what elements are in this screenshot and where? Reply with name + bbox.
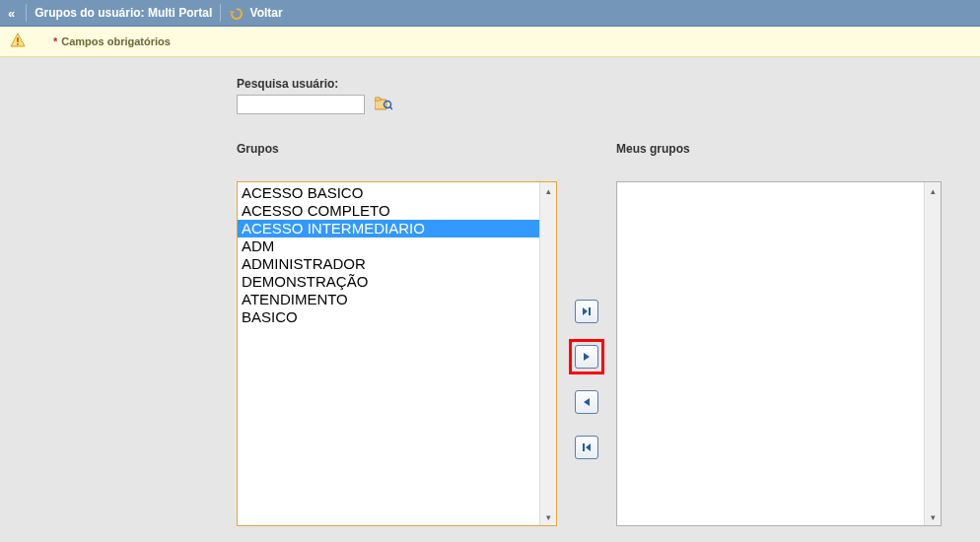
shuttle-control: Grupos ACESSO BASICOACESSO COMPLETOACESS… bbox=[237, 142, 950, 526]
list-item[interactable]: DEMONSTRAÇÃO bbox=[238, 273, 539, 291]
separator bbox=[220, 4, 221, 22]
search-user-icon[interactable] bbox=[375, 96, 392, 113]
move-right-button[interactable] bbox=[575, 345, 598, 369]
available-groups-column: Grupos ACESSO BASICOACESSO COMPLETOACESS… bbox=[237, 142, 557, 526]
back-label: Voltar bbox=[250, 6, 283, 20]
page-title: Grupos do usuário: Multi Portal bbox=[35, 6, 212, 20]
selected-groups-column: Meus grupos ▴ ▾ bbox=[616, 142, 942, 526]
separator bbox=[26, 4, 27, 22]
move-all-left-button[interactable] bbox=[575, 436, 598, 459]
move-left-button[interactable] bbox=[575, 390, 598, 414]
selected-groups-listbox[interactable]: ▴ ▾ bbox=[616, 181, 942, 526]
scroll-down-icon[interactable]: ▾ bbox=[540, 508, 557, 525]
svg-rect-0 bbox=[17, 37, 19, 42]
list-item[interactable]: ADM bbox=[238, 237, 539, 255]
list-item[interactable]: ACESSO COMPLETO bbox=[238, 202, 539, 220]
back-button[interactable]: Voltar bbox=[229, 6, 282, 21]
svg-line-5 bbox=[390, 107, 393, 110]
available-list-label: Grupos bbox=[237, 142, 557, 156]
shuttle-buttons bbox=[557, 142, 616, 469]
search-label: Pesquisa usuário: bbox=[237, 77, 950, 91]
required-asterisk: * bbox=[53, 35, 57, 47]
move-all-right-button[interactable] bbox=[575, 300, 598, 323]
list-item[interactable]: ACESSO BASICO bbox=[238, 184, 539, 202]
list-item[interactable]: ATENDIMENTO bbox=[238, 291, 539, 308]
svg-rect-7 bbox=[583, 443, 585, 451]
scroll-up-icon[interactable]: ▴ bbox=[540, 182, 557, 199]
svg-rect-3 bbox=[375, 98, 381, 101]
scrollbar[interactable]: ▴ ▾ bbox=[924, 182, 941, 525]
scroll-up-icon[interactable]: ▴ bbox=[925, 182, 942, 199]
list-item[interactable]: ADMINISTRADOR bbox=[238, 255, 539, 273]
notice-text: Campos obrigatórios bbox=[61, 35, 171, 47]
svg-rect-6 bbox=[589, 307, 591, 315]
notice-bar: * Campos obrigatórios bbox=[0, 27, 980, 57]
search-input[interactable] bbox=[237, 95, 365, 114]
svg-rect-1 bbox=[17, 43, 19, 45]
available-groups-listbox[interactable]: ACESSO BASICOACESSO COMPLETOACESSO INTER… bbox=[237, 181, 557, 526]
list-item[interactable]: BASICO bbox=[238, 308, 539, 326]
content-area: Pesquisa usuário: Grupos ACESSO BASICOAC… bbox=[0, 57, 980, 542]
list-item[interactable]: ACESSO INTERMEDIARIO bbox=[238, 220, 539, 237]
header-bar: « Grupos do usuário: Multi Portal Voltar bbox=[0, 0, 980, 27]
scroll-down-icon[interactable]: ▾ bbox=[925, 508, 942, 525]
selected-list-label: Meus grupos bbox=[616, 142, 942, 156]
collapse-icon[interactable]: « bbox=[8, 6, 12, 21]
warning-icon bbox=[10, 33, 26, 50]
undo-icon bbox=[229, 6, 243, 20]
search-row bbox=[237, 95, 950, 114]
scrollbar[interactable]: ▴ ▾ bbox=[539, 182, 556, 525]
